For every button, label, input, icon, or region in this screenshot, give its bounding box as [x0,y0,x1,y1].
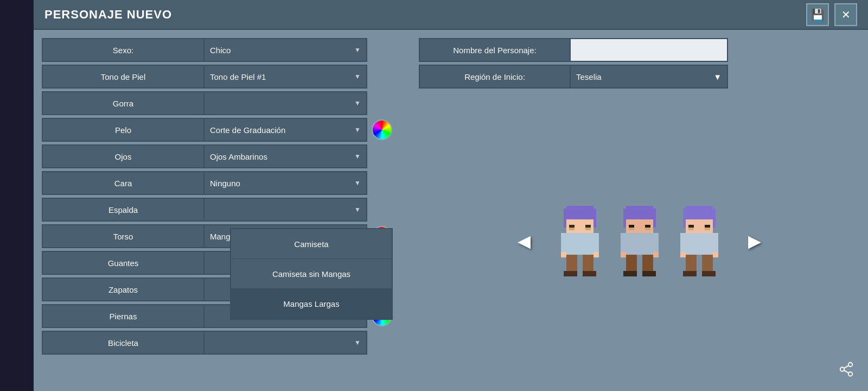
tono-label: Tono de Piel [42,65,205,89]
chevron-down-icon: ▼ [354,73,361,80]
svg-rect-44 [713,233,718,252]
sexo-row: Sexo: Chico ▼ [42,38,411,62]
region-select[interactable]: Teselia ▼ [571,65,728,89]
sexo-label: Sexo: [42,38,205,62]
next-character-button[interactable]: ► [740,226,770,256]
svg-rect-15 [564,271,577,276]
espalda-row: Espalda ▼ [42,198,411,222]
svg-rect-13 [566,255,577,271]
name-label: Nombre del Personaje: [419,38,571,62]
svg-rect-30 [626,255,637,271]
svg-rect-2 [593,209,596,228]
title-bar: PERSONAJE NUEVO 💾 ✕ [34,0,868,30]
pelo-color-button[interactable] [372,119,392,140]
chevron-down-icon: ▼ [354,99,361,107]
chevron-down-icon: ▼ [713,72,722,81]
svg-rect-36 [713,209,716,228]
guantes-label: Guantes [42,251,205,275]
svg-rect-6 [569,225,575,228]
close-button[interactable]: ✕ [834,3,857,26]
svg-rect-14 [583,255,593,271]
svg-rect-41 [705,225,710,228]
sidebar [0,0,34,391]
name-input[interactable] [571,38,728,62]
svg-rect-24 [645,225,650,228]
page-title: PERSONAJE NUEVO [44,8,172,22]
cara-row: Cara Ninguno ▼ [42,171,411,195]
svg-rect-32 [623,271,637,276]
chevron-down-icon: ▼ [354,206,361,213]
character-sprite-1 [556,206,604,276]
gorra-row: Gorra ▼ [42,91,411,115]
svg-point-51 [848,363,853,367]
svg-rect-35 [683,209,686,228]
svg-rect-26 [621,233,626,252]
right-arrow-icon: ► [744,229,765,254]
tono-row: Tono de Piel Tono de Piel #1 ▼ [42,65,411,89]
cara-label: Cara [42,171,205,195]
svg-rect-40 [688,225,694,228]
ojos-select[interactable]: Ojos Ambarinos ▼ [205,144,367,168]
left-arrow-icon: ◄ [513,229,535,254]
svg-rect-8 [566,233,593,255]
bicicleta-label: Bicicleta [42,331,205,355]
ojos-label: Ojos [42,144,205,168]
gorra-select[interactable]: ▼ [205,91,367,115]
content-area: Sexo: Chico ▼ Tono de Piel Tono de Piel … [34,30,868,391]
bicicleta-select[interactable]: ▼ [205,331,367,355]
cara-select[interactable]: Ninguno ▼ [205,171,367,195]
svg-rect-42 [686,233,713,255]
svg-line-55 [844,365,849,368]
svg-rect-43 [680,233,686,252]
dropdown-item-camiseta[interactable]: Camiseta [231,229,392,259]
svg-rect-33 [642,271,656,276]
tono-select[interactable]: Tono de Piel #1 ▼ [205,65,367,89]
svg-rect-31 [642,255,653,271]
svg-rect-28 [621,252,626,257]
espalda-label: Espalda [42,198,205,222]
svg-rect-11 [561,252,566,257]
pelo-label: Pelo [42,118,205,142]
save-button[interactable]: 💾 [806,3,829,26]
svg-line-54 [844,370,849,373]
svg-rect-27 [653,233,659,252]
svg-rect-18 [623,209,626,228]
pelo-row: Pelo Corte de Graduación ▼ [42,118,411,142]
chevron-down-icon: ▼ [354,46,361,54]
dropdown-item-mangas-largas[interactable]: Mangas Largas [231,289,392,319]
characters-row [539,206,740,276]
chevron-down-icon: ▼ [354,126,361,134]
svg-rect-1 [564,209,566,228]
zapatos-label: Zapatos [42,278,205,301]
svg-point-53 [848,372,853,376]
ojos-row: Ojos Ojos Ambarinos ▼ [42,144,411,168]
espalda-select[interactable]: ▼ [205,198,367,222]
bicicleta-row: Bicicleta ▼ [42,331,411,355]
region-label: Región de Inicio: [419,65,571,89]
main-panel: PERSONAJE NUEVO 💾 ✕ Sexo: Chico ▼ Tono d… [34,0,868,391]
pelo-select[interactable]: Corte de Graduación ▼ [205,118,367,142]
svg-rect-25 [626,233,653,255]
chevron-down-icon: ▼ [354,339,361,346]
svg-rect-10 [593,233,599,252]
svg-rect-16 [583,271,596,276]
piernas-label: Piernas [42,304,205,328]
prev-character-button[interactable]: ◄ [509,226,539,256]
svg-rect-48 [702,255,713,271]
character-sprite-2 [615,206,664,276]
svg-rect-19 [653,209,656,228]
dropdown-item-camiseta-sin-mangas[interactable]: Camiseta sin Mangas [231,259,392,289]
svg-rect-29 [653,252,659,257]
svg-rect-46 [713,252,718,257]
svg-rect-23 [629,225,634,228]
svg-point-52 [840,367,845,371]
svg-rect-9 [561,233,566,252]
svg-rect-12 [593,252,599,257]
name-row: Nombre del Personaje: [419,38,860,62]
share-button[interactable] [835,358,857,380]
sexo-select[interactable]: Chico ▼ [205,38,367,62]
character-sprite-3 [675,206,724,276]
right-panel: Nombre del Personaje: Región de Inicio: … [419,38,860,383]
chevron-down-icon: ▼ [354,153,361,160]
character-preview-area: ◄ [419,99,860,383]
